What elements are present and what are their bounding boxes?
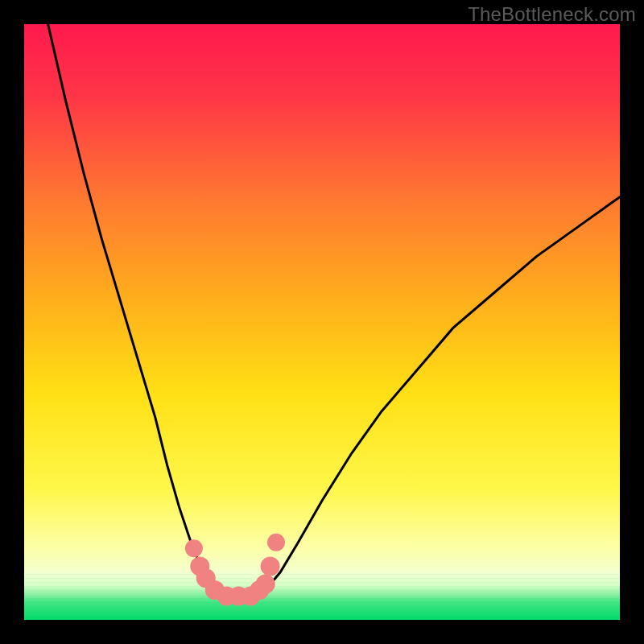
gradient-background: [24, 24, 620, 620]
plot-area: [24, 24, 620, 620]
chart-svg: [24, 24, 620, 620]
data-marker: [256, 575, 275, 594]
data-marker: [267, 534, 285, 551]
data-marker: [261, 556, 280, 576]
watermark-text: TheBottleneck.com: [468, 3, 636, 26]
chart-frame: TheBottleneck.com: [0, 0, 644, 644]
data-marker: [185, 539, 203, 557]
